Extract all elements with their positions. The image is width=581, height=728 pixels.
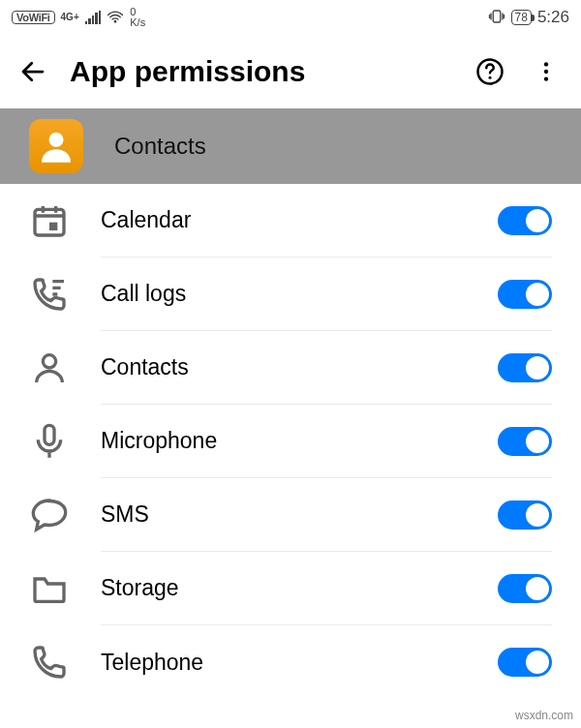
permission-row-sms: SMS xyxy=(0,478,581,552)
svg-point-3 xyxy=(544,62,548,66)
wifi-icon xyxy=(107,8,124,28)
telephone-icon xyxy=(29,642,70,682)
permission-toggle-microphone[interactable] xyxy=(498,427,552,456)
call-logs-icon xyxy=(29,274,70,315)
sms-icon xyxy=(29,495,70,535)
permission-label: Calendar xyxy=(101,207,191,233)
svg-rect-10 xyxy=(45,425,54,444)
contacts-app-icon xyxy=(29,119,83,173)
clock: 5:26 xyxy=(537,8,569,27)
app-header: Contacts xyxy=(0,108,581,184)
svg-rect-0 xyxy=(493,11,501,22)
battery-indicator: 78 xyxy=(511,10,532,25)
permission-row-telephone: Telephone xyxy=(0,625,581,699)
page-title: App permissions xyxy=(70,55,451,88)
vibrate-icon xyxy=(488,8,505,28)
permissions-list: Calendar Call logs Contacts Microphone xyxy=(0,184,581,699)
permission-row-contacts: Contacts xyxy=(0,331,581,405)
permission-label: SMS xyxy=(101,501,149,528)
vowifi-indicator: VoWiFi xyxy=(12,11,55,24)
svg-rect-8 xyxy=(49,223,57,230)
svg-point-5 xyxy=(544,76,548,80)
permission-toggle-sms[interactable] xyxy=(498,500,552,530)
header: App permissions xyxy=(0,35,581,108)
help-button[interactable] xyxy=(473,54,507,89)
svg-point-4 xyxy=(544,70,548,74)
network-indicator: 4G+ xyxy=(61,13,79,22)
permission-toggle-call-logs[interactable] xyxy=(498,280,552,309)
status-right: 78 5:26 xyxy=(488,8,569,28)
permission-toggle-storage[interactable] xyxy=(498,574,552,603)
permission-row-microphone: Microphone xyxy=(0,405,581,478)
app-name: Contacts xyxy=(114,133,206,160)
permission-label: Microphone xyxy=(101,428,217,454)
status-bar: VoWiFi 4G+ 0 K/s 78 5:26 xyxy=(0,0,581,35)
permission-toggle-calendar[interactable] xyxy=(498,206,552,235)
signal-icon xyxy=(85,11,102,24)
svg-rect-7 xyxy=(35,209,64,235)
permission-label: Telephone xyxy=(101,650,203,676)
back-button[interactable] xyxy=(17,56,48,87)
permission-label: Storage xyxy=(101,575,179,601)
permission-row-calendar: Calendar xyxy=(0,184,581,258)
microphone-icon xyxy=(29,421,70,462)
permission-toggle-contacts[interactable] xyxy=(498,353,552,382)
permission-label: Call logs xyxy=(101,281,186,307)
permission-label: Contacts xyxy=(101,354,189,380)
watermark: wsxdn.com xyxy=(515,709,573,722)
status-left: VoWiFi 4G+ 0 K/s xyxy=(12,7,145,28)
permission-toggle-telephone[interactable] xyxy=(498,648,552,677)
svg-point-6 xyxy=(49,133,64,147)
permission-row-call-logs: Call logs xyxy=(0,258,581,331)
contacts-icon xyxy=(29,348,70,388)
more-options-button[interactable] xyxy=(529,54,564,89)
calendar-icon xyxy=(29,200,70,241)
storage-icon xyxy=(29,568,70,609)
svg-point-2 xyxy=(489,76,492,79)
network-speed: 0 K/s xyxy=(130,7,145,28)
permission-row-storage: Storage xyxy=(0,552,581,625)
svg-point-9 xyxy=(43,355,55,368)
